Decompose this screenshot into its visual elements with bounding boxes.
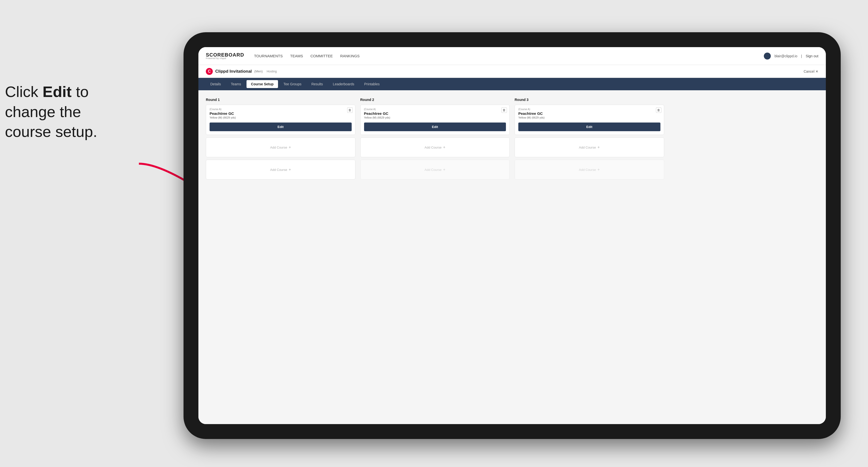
top-nav: SCOREBOARD Powered by clippd TOURNAMENTS…	[198, 47, 826, 65]
round-1-add-course-label-2: Add Course +	[270, 167, 291, 172]
tab-printables[interactable]: Printables	[360, 80, 384, 88]
round-3-course-card: (Course A) Peachtree GC Yellow (M) (6629…	[515, 105, 664, 135]
add-course-text-r2-1: Add Course	[425, 146, 442, 149]
round-2-column: Round 2 (Course A) Peachtree GC Yellow (…	[360, 98, 510, 182]
logo-sub: Powered by clippd	[206, 57, 244, 60]
tournament-gender: (Men)	[254, 69, 262, 73]
plus-icon-1: +	[289, 145, 291, 150]
round-2-course-header: (Course A) Peachtree GC Yellow (M) (6629…	[361, 105, 509, 121]
tab-tee-groups[interactable]: Tee Groups	[279, 80, 306, 88]
round-1-course-details: Yellow (M) (6629 yds)	[210, 116, 352, 119]
nav-committee[interactable]: COMMITTEE	[310, 54, 333, 58]
plus-icon-r3-2: +	[597, 167, 600, 172]
round-2-course-card: (Course A) Peachtree GC Yellow (M) (6629…	[360, 105, 510, 135]
cancel-button[interactable]: Cancel ✕	[804, 69, 818, 73]
round-3-delete-button[interactable]: 🗑	[656, 107, 661, 113]
round-1-edit-button[interactable]: Edit	[210, 123, 352, 131]
round-1-add-course-2[interactable]: Add Course +	[206, 160, 355, 180]
tournament-name: Clippd Invitational	[215, 69, 252, 74]
add-course-text-1: Add Course	[270, 146, 287, 149]
nav-tournaments[interactable]: TOURNAMENTS	[254, 54, 283, 58]
round-1-course-header: (Course A) Peachtree GC Yellow (M) (6629…	[206, 105, 355, 121]
round-3-title: Round 3	[515, 98, 664, 102]
rounds-container: Round 1 (Course A) Peachtree GC Yellow (…	[206, 98, 818, 182]
scoreboard-logo: SCOREBOARD Powered by clippd	[206, 52, 244, 60]
trash-icon-3: 🗑	[657, 108, 660, 112]
round-3-add-course-1[interactable]: Add Course +	[515, 137, 664, 157]
plus-icon-r2-2: +	[443, 167, 445, 172]
add-course-text-2: Add Course	[270, 168, 287, 172]
round-2-add-course-1[interactable]: Add Course +	[360, 137, 510, 157]
add-course-text-r3-1: Add Course	[579, 146, 596, 149]
round-3-add-course-2: Add Course +	[515, 160, 664, 180]
nav-rankings[interactable]: RANKINGS	[340, 54, 360, 58]
round-3-course-name: Peachtree GC	[518, 111, 660, 116]
round-3-course-details: Yellow (M) (6629 yds)	[518, 116, 660, 119]
round-2-add-course-label-2: Add Course +	[425, 167, 445, 172]
round-1-add-course-1[interactable]: Add Course +	[206, 137, 355, 157]
tab-course-setup[interactable]: Course Setup	[247, 80, 278, 88]
logo-title: SCOREBOARD	[206, 52, 244, 57]
bold-edit: Edit	[43, 83, 72, 100]
sign-out-link[interactable]: Sign out	[806, 54, 818, 58]
round-2-course-label: (Course A)	[364, 108, 506, 111]
nav-right: blair@clippd.io | Sign out	[764, 53, 818, 60]
round-1-course-label: (Course A)	[210, 108, 352, 111]
round-2-edit-button[interactable]: Edit	[364, 123, 506, 131]
tablet-frame: SCOREBOARD Powered by clippd TOURNAMENTS…	[184, 32, 841, 439]
round-1-delete-button[interactable]: 🗑	[347, 107, 353, 113]
plus-icon-r3-1: +	[597, 145, 600, 150]
round-3-course-label: (Course A)	[518, 108, 660, 111]
round-2-course-name: Peachtree GC	[364, 111, 506, 116]
divider: |	[801, 54, 802, 58]
instruction-text: Click Edit tochange thecourse setup.	[5, 82, 149, 142]
round-3-add-course-label-1: Add Course +	[579, 145, 600, 150]
round-2-title: Round 2	[360, 98, 510, 102]
cancel-x-icon: ✕	[815, 69, 818, 73]
nav-links: TOURNAMENTS TEAMS COMMITTEE RANKINGS	[254, 54, 360, 58]
sub-header: C Clippd Invitational (Men) Hosting Canc…	[198, 65, 826, 78]
hosting-badge: Hosting	[267, 70, 277, 73]
main-content: Round 1 (Course A) Peachtree GC Yellow (…	[198, 90, 826, 424]
add-course-text-r2-2: Add Course	[425, 168, 442, 172]
trash-icon-2: 🗑	[503, 108, 506, 112]
round-2-course-details: Yellow (M) (6629 yds)	[364, 116, 506, 119]
round-1-add-course-label-1: Add Course +	[270, 145, 291, 150]
cancel-label: Cancel	[804, 69, 814, 73]
round-3-add-course-label-2: Add Course +	[579, 167, 600, 172]
round-1-column: Round 1 (Course A) Peachtree GC Yellow (…	[206, 98, 355, 182]
trash-icon: 🗑	[348, 108, 351, 112]
nav-teams[interactable]: TEAMS	[290, 54, 303, 58]
round-3-column: Round 3 (Course A) Peachtree GC Yellow (…	[515, 98, 664, 182]
round-1-course-name: Peachtree GC	[210, 111, 352, 116]
nav-left: SCOREBOARD Powered by clippd TOURNAMENTS…	[206, 52, 360, 60]
tab-details[interactable]: Details	[206, 80, 225, 88]
plus-icon-2: +	[289, 167, 291, 172]
clippd-logo-icon: C	[206, 68, 213, 75]
tab-results[interactable]: Results	[307, 80, 328, 88]
round-2-add-course-label-1: Add Course +	[425, 145, 445, 150]
round-1-title: Round 1	[206, 98, 355, 102]
user-email: blair@clippd.io	[775, 54, 797, 58]
add-course-text-r3-2: Add Course	[579, 168, 596, 172]
tab-bar: Details Teams Course Setup Tee Groups Re…	[198, 78, 826, 90]
round-2-add-course-2: Add Course +	[360, 160, 510, 180]
round-3-course-header: (Course A) Peachtree GC Yellow (M) (6629…	[515, 105, 664, 121]
tablet-screen: SCOREBOARD Powered by clippd TOURNAMENTS…	[198, 47, 826, 424]
tab-leaderboards[interactable]: Leaderboards	[328, 80, 359, 88]
user-avatar	[764, 53, 771, 60]
tab-teams[interactable]: Teams	[226, 80, 246, 88]
plus-icon-r2-1: +	[443, 145, 445, 150]
round-1-course-card: (Course A) Peachtree GC Yellow (M) (6629…	[206, 105, 355, 135]
round-3-edit-button[interactable]: Edit	[518, 123, 660, 131]
tournament-info: C Clippd Invitational (Men) Hosting	[206, 68, 277, 75]
round-2-delete-button[interactable]: 🗑	[501, 107, 507, 113]
